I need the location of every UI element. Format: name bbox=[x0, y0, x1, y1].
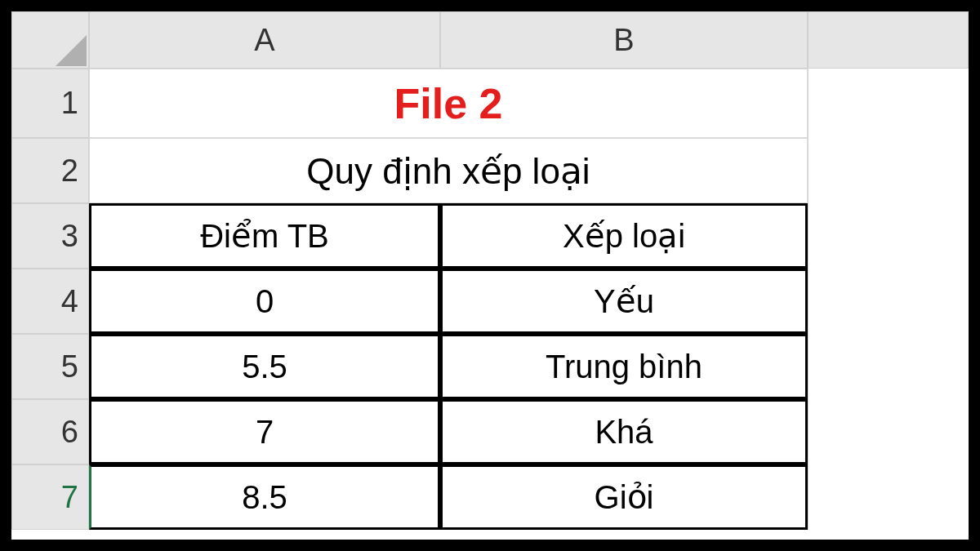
cell-b4[interactable]: Yếu bbox=[440, 269, 808, 334]
subtitle-cell[interactable]: Quy định xếp loại bbox=[89, 138, 808, 203]
header-cell-a[interactable]: Điểm TB bbox=[89, 203, 440, 269]
cell-b5[interactable]: Trung bình bbox=[440, 334, 808, 399]
row-header-1[interactable]: 1 bbox=[11, 69, 89, 138]
cell-a5[interactable]: 5.5 bbox=[89, 334, 440, 399]
spreadsheet-grid: A B 1 File 2 2 Quy định xếp loại 3 Điểm … bbox=[11, 11, 969, 530]
column-header-empty[interactable] bbox=[808, 11, 969, 69]
cell-b6[interactable]: Khá bbox=[440, 399, 808, 464]
column-header-b[interactable]: B bbox=[440, 11, 808, 69]
row-header-6[interactable]: 6 bbox=[11, 399, 89, 464]
cell-c7[interactable] bbox=[808, 464, 969, 530]
title-cell[interactable]: File 2 bbox=[89, 69, 808, 138]
row-header-4[interactable]: 4 bbox=[11, 269, 89, 334]
row-header-7[interactable]: 7 bbox=[11, 464, 89, 530]
cell-c3[interactable] bbox=[808, 203, 969, 269]
header-cell-b[interactable]: Xếp loại bbox=[440, 203, 808, 269]
row-header-2[interactable]: 2 bbox=[11, 138, 89, 203]
cell-a6[interactable]: 7 bbox=[89, 399, 440, 464]
cell-c1[interactable] bbox=[808, 69, 969, 138]
column-header-a[interactable]: A bbox=[89, 11, 440, 69]
cell-c5[interactable] bbox=[808, 334, 969, 399]
cell-a4[interactable]: 0 bbox=[89, 269, 440, 334]
cell-c6[interactable] bbox=[808, 399, 969, 464]
row-header-3[interactable]: 3 bbox=[11, 203, 89, 269]
select-all-corner[interactable] bbox=[11, 11, 89, 69]
cell-c4[interactable] bbox=[808, 269, 969, 334]
row-header-5[interactable]: 5 bbox=[11, 334, 89, 399]
cell-b7[interactable]: Giỏi bbox=[440, 464, 808, 530]
spreadsheet-frame: A B 1 File 2 2 Quy định xếp loại 3 Điểm … bbox=[0, 0, 980, 551]
cell-c2[interactable] bbox=[808, 138, 969, 203]
cell-a7[interactable]: 8.5 bbox=[89, 464, 440, 530]
